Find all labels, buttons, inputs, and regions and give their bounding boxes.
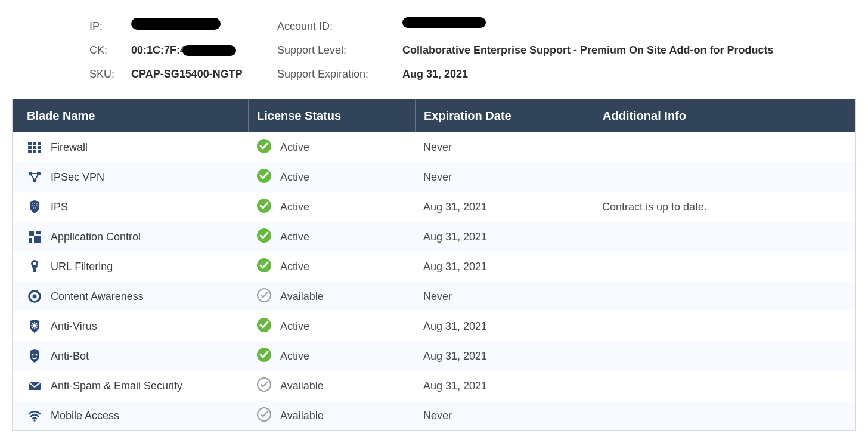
table-row[interactable]: IPSActiveAug 31, 2021Contract is up to d… [13, 192, 855, 222]
status-active-icon [256, 138, 272, 157]
status-active-icon [256, 317, 272, 336]
header-expiration[interactable]: Expiration Date [415, 99, 594, 132]
target-icon [27, 289, 42, 304]
ip-value [131, 20, 277, 33]
blade-name: Mobile Access [51, 410, 119, 422]
account-id-label: Account ID: [277, 20, 402, 33]
status-cell: Active [248, 228, 415, 246]
shield-grid-icon [27, 199, 42, 215]
blade-name: IPSec VPN [51, 171, 104, 184]
funnel-icon [27, 259, 42, 274]
blade-cell: URL Filtering [13, 259, 248, 274]
expiration-cell: Aug 31, 2021 [415, 231, 594, 243]
blade-cell: Anti-Bot [13, 348, 248, 364]
nodes-icon [27, 169, 42, 185]
status-active-icon [256, 198, 272, 216]
expiration-cell: Aug 31, 2021 [415, 350, 594, 363]
blade-cell: Anti-Spam & Email Security [13, 378, 248, 394]
expiration-cell: Aug 31, 2021 [415, 320, 594, 333]
redaction-mark-icon [182, 45, 236, 56]
status-cell: Available [248, 407, 415, 425]
table-body: FirewallActiveNeverIPSec VPNActiveNeverI… [13, 132, 855, 430]
table-row[interactable]: Anti-Spam & Email SecurityAvailableAug 3… [13, 371, 855, 401]
header-additional[interactable]: Additional Info [594, 99, 855, 132]
status-cell: Active [248, 198, 415, 216]
redaction-mark-icon [131, 18, 221, 30]
table-row[interactable]: IPSec VPNActiveNever [13, 162, 855, 192]
status-cell: Available [248, 377, 415, 395]
redaction-mark-icon [402, 17, 486, 28]
info-row-ck: CK: 00:1C:7F:4 Support Level: Collaborat… [89, 38, 868, 62]
blade-name: Content Awareness [51, 290, 144, 303]
blade-name: Anti-Virus [51, 320, 97, 333]
status-cell: Active [248, 258, 415, 276]
expiration-cell: Never [415, 290, 594, 303]
ck-label: CK: [89, 44, 131, 57]
expiration-cell: Aug 31, 2021 [415, 201, 594, 213]
blade-cell: Mobile Access [13, 408, 248, 423]
table-header-row: Blade Name License Status Expiration Dat… [13, 99, 855, 132]
expiration-cell: Never [415, 141, 594, 154]
support-level-value: Collaborative Enterprise Support - Premi… [402, 44, 773, 57]
blades-table: Blade Name License Status Expiration Dat… [12, 99, 856, 431]
shield-virus-icon [27, 318, 42, 334]
support-expiration-label: Support Expiration: [277, 68, 402, 80]
additional-info-cell: Contract is up to date. [594, 201, 855, 213]
grid-icon [27, 140, 42, 155]
blade-name: Firewall [51, 141, 88, 154]
support-expiration-value: Aug 31, 2021 [402, 68, 468, 80]
status-available-icon [256, 407, 272, 425]
status-text: Available [280, 290, 324, 303]
status-cell: Available [248, 287, 415, 306]
expiration-cell: Never [415, 171, 594, 184]
expiration-cell: Aug 31, 2021 [415, 380, 594, 392]
blade-name: Application Control [51, 231, 141, 243]
blade-cell: IPSec VPN [13, 169, 248, 185]
header-license-status[interactable]: License Status [248, 99, 415, 132]
expiration-cell: Aug 31, 2021 [415, 261, 594, 273]
status-text: Active [280, 231, 309, 243]
table-row[interactable]: FirewallActiveNever [13, 132, 855, 162]
squares-icon [27, 229, 42, 244]
ck-value: 00:1C:7F:4 [131, 44, 277, 57]
sku-label: SKU: [89, 68, 131, 80]
shield-bot-icon [27, 348, 42, 364]
table-row[interactable]: Anti-BotActiveAug 31, 2021 [13, 341, 855, 371]
info-row-sku: SKU: CPAP-SG15400-NGTP Support Expiratio… [89, 62, 868, 86]
status-active-icon [256, 347, 272, 366]
header-blade-name[interactable]: Blade Name [13, 99, 248, 132]
status-text: Active [280, 320, 309, 333]
blade-name: URL Filtering [51, 261, 113, 273]
status-available-icon [256, 377, 272, 395]
blade-cell: Anti-Virus [13, 318, 248, 334]
status-text: Active [280, 171, 309, 184]
status-active-icon [256, 228, 272, 246]
table-row[interactable]: Anti-VirusActiveAug 31, 2021 [13, 311, 855, 341]
blade-cell: IPS [13, 199, 248, 215]
status-text: Available [280, 380, 324, 392]
table-row[interactable]: URL FilteringActiveAug 31, 2021 [13, 252, 855, 281]
status-available-icon [256, 287, 272, 306]
table-row[interactable]: Content AwarenessAvailableNever [13, 281, 855, 311]
blade-name: Anti-Bot [51, 350, 89, 363]
status-cell: Active [248, 138, 415, 157]
blade-name: Anti-Spam & Email Security [51, 380, 182, 392]
info-row-ip: IP: Account ID: [89, 14, 868, 38]
support-level-label: Support Level: [277, 44, 402, 57]
blade-cell: Application Control [13, 229, 248, 244]
mail-icon [27, 378, 42, 394]
expiration-cell: Never [415, 410, 594, 422]
table-row[interactable]: Application ControlActiveAug 31, 2021 [13, 222, 855, 252]
status-cell: Active [248, 347, 415, 366]
wifi-icon [27, 408, 42, 423]
sku-value: CPAP-SG15400-NGTP [131, 68, 277, 80]
status-cell: Active [248, 317, 415, 336]
ck-value-prefix: 00:1C:7F:4 [131, 44, 186, 56]
table-row[interactable]: Mobile AccessAvailableNever [13, 401, 855, 430]
account-id-value [402, 20, 486, 33]
blade-cell: Firewall [13, 140, 248, 155]
status-text: Active [280, 350, 309, 363]
status-active-icon [256, 168, 272, 187]
status-cell: Active [248, 168, 415, 187]
status-active-icon [256, 258, 272, 276]
